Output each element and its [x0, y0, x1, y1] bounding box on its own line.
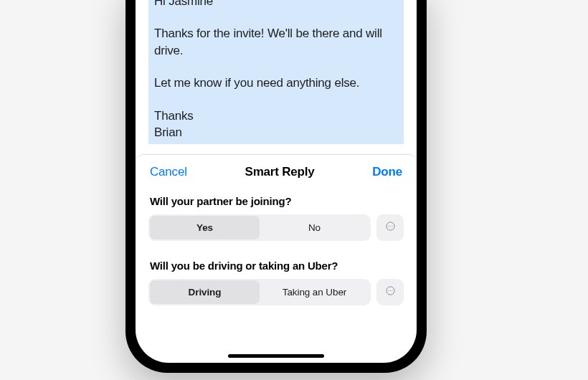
question-2-prompt: Will you be driving or taking an Uber?	[150, 260, 402, 272]
more-options-button-2[interactable]	[376, 279, 404, 305]
email-paragraph-2: Let me know if you need anything else.	[154, 75, 398, 91]
sheet-header: Cancel Smart Reply Done	[148, 155, 404, 191]
segmented-control-2: Driving Taking an Uber	[148, 279, 371, 305]
svg-point-7	[392, 290, 392, 291]
question-2-choices: Driving Taking an Uber	[148, 279, 404, 305]
ellipsis-icon	[385, 221, 396, 234]
choice-taking-uber[interactable]: Taking an Uber	[260, 280, 369, 304]
sheet-title: Smart Reply	[245, 165, 315, 179]
svg-point-2	[389, 226, 390, 227]
question-1-prompt: Will your partner be joining?	[150, 195, 402, 207]
phone-screen: Hi Jasmine Thanks for the invite! We'll …	[136, 0, 417, 363]
choice-no[interactable]: No	[260, 216, 369, 239]
choice-driving[interactable]: Driving	[150, 280, 260, 304]
segmented-control-1: Yes No	[148, 214, 371, 241]
svg-point-1	[388, 226, 389, 227]
email-signoff: Thanks	[154, 108, 398, 124]
more-options-button-1[interactable]	[376, 214, 404, 241]
question-1-choices: Yes No	[148, 214, 404, 241]
smart-reply-sheet: Cancel Smart Reply Done Will your partne…	[136, 154, 417, 363]
email-greeting: Hi Jasmine	[154, 0, 398, 9]
choice-yes[interactable]: Yes	[150, 216, 260, 239]
phone-frame: Hi Jasmine Thanks for the invite! We'll …	[125, 0, 427, 373]
svg-point-6	[389, 290, 390, 291]
email-paragraph-1: Thanks for the invite! We'll be there an…	[154, 25, 398, 59]
home-indicator[interactable]	[228, 354, 324, 358]
email-compose-area[interactable]: Hi Jasmine Thanks for the invite! We'll …	[136, 0, 417, 144]
email-sender-name: Brian	[154, 124, 398, 141]
svg-point-3	[392, 226, 392, 227]
email-body-highlight: Hi Jasmine Thanks for the invite! We'll …	[148, 0, 404, 144]
cancel-button[interactable]: Cancel	[150, 165, 187, 179]
svg-point-5	[388, 290, 389, 291]
ellipsis-icon	[385, 285, 396, 299]
done-button[interactable]: Done	[372, 165, 402, 179]
